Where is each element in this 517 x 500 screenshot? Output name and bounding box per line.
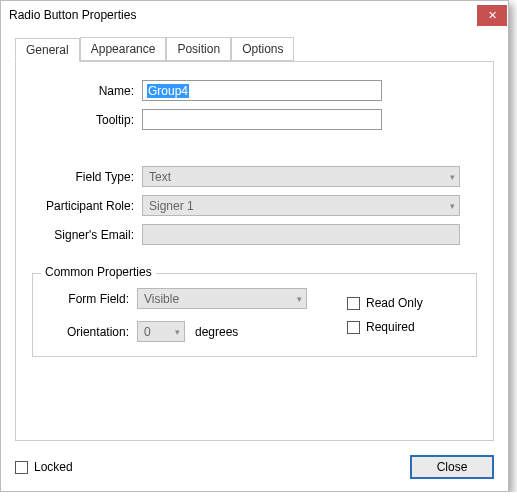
read-only-label: Read Only — [366, 296, 423, 310]
tab-position[interactable]: Position — [166, 37, 231, 61]
checkbox-icon — [15, 461, 28, 474]
orientation-label: Orientation: — [45, 325, 137, 339]
read-only-checkbox[interactable]: Read Only — [347, 296, 423, 310]
signers-email-input[interactable] — [142, 224, 460, 245]
dialog-footer: Locked Close — [1, 445, 508, 491]
orientation-value: 0 — [144, 325, 151, 339]
common-properties-legend: Common Properties — [41, 265, 156, 279]
locked-label: Locked — [34, 460, 73, 474]
required-label: Required — [366, 320, 415, 334]
locked-checkbox[interactable]: Locked — [15, 460, 73, 474]
titlebar: Radio Button Properties ✕ — [1, 1, 508, 29]
required-checkbox[interactable]: Required — [347, 320, 423, 334]
participant-role-label: Participant Role: — [32, 199, 142, 213]
tooltip-input[interactable] — [142, 109, 382, 130]
window-close-button[interactable]: ✕ — [477, 5, 507, 26]
tab-panel-general: Name: Group4 Tooltip: Field Type: — [15, 61, 494, 441]
tab-position-label: Position — [177, 42, 220, 56]
content-area: General Appearance Position Options Name… — [1, 29, 508, 445]
tab-strip: General Appearance Position Options — [15, 37, 494, 61]
tooltip-label: Tooltip: — [32, 113, 142, 127]
common-properties-group: Common Properties Form Field: Visible ▾ … — [32, 273, 477, 357]
checkbox-icon — [347, 297, 360, 310]
form-field-dropdown[interactable]: Visible ▾ — [137, 288, 307, 309]
name-label: Name: — [32, 84, 142, 98]
participant-role-dropdown[interactable]: Signer 1 ▾ — [142, 195, 460, 216]
close-icon: ✕ — [488, 9, 497, 22]
tab-options-label: Options — [242, 42, 283, 56]
chevron-down-icon: ▾ — [175, 327, 180, 337]
tab-appearance-label: Appearance — [91, 42, 156, 56]
checkbox-icon — [347, 321, 360, 334]
tab-general[interactable]: General — [15, 38, 80, 62]
field-type-dropdown[interactable]: Text ▾ — [142, 166, 460, 187]
chevron-down-icon: ▾ — [450, 201, 455, 211]
signers-email-label: Signer's Email: — [32, 228, 142, 242]
degrees-label: degrees — [195, 325, 238, 339]
tab-appearance[interactable]: Appearance — [80, 37, 167, 61]
name-value: Group4 — [147, 84, 189, 98]
window-title: Radio Button Properties — [9, 8, 136, 22]
field-type-value: Text — [149, 170, 171, 184]
tab-options[interactable]: Options — [231, 37, 294, 61]
properties-dialog: Radio Button Properties ✕ General Appear… — [0, 0, 509, 492]
name-input[interactable]: Group4 — [142, 80, 382, 101]
form-field-label: Form Field: — [45, 292, 137, 306]
field-type-label: Field Type: — [32, 170, 142, 184]
participant-role-value: Signer 1 — [149, 199, 194, 213]
form-field-value: Visible — [144, 292, 179, 306]
orientation-dropdown[interactable]: 0 ▾ — [137, 321, 185, 342]
close-button-label: Close — [437, 460, 468, 474]
tab-general-label: General — [26, 43, 69, 57]
close-button[interactable]: Close — [410, 455, 494, 479]
chevron-down-icon: ▾ — [297, 294, 302, 304]
chevron-down-icon: ▾ — [450, 172, 455, 182]
